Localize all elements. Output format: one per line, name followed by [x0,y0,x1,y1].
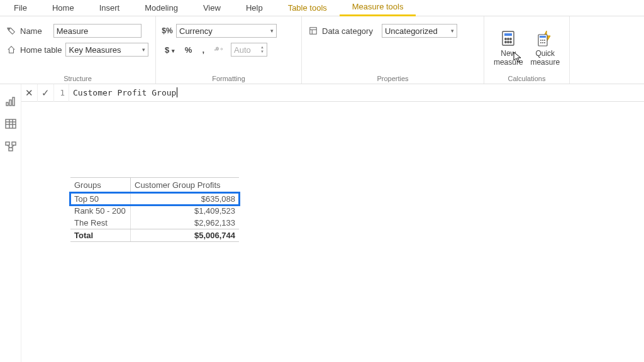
name-input[interactable]: Measure [53,24,142,38]
group-label-properties: Properties [308,74,477,82]
currency-button[interactable]: $ ▾ [162,45,177,55]
svg-rect-31 [9,148,13,151]
quick-measure-button[interactable]: Quick measure [528,23,564,74]
svg-point-11 [508,41,509,43]
format-icon: $% [162,26,172,36]
tab-file[interactable]: File [1,0,40,16]
commit-formula-button[interactable]: ✓ [38,84,54,102]
total-value: $5,006,744 [131,229,239,241]
percent-button[interactable]: % [182,45,195,55]
svg-point-17 [544,40,545,41]
table-row[interactable]: Rank 50 - 200 $1,409,523 [70,205,239,217]
new-measure-button[interactable]: New measure [491,23,526,74]
svg-rect-29 [6,142,9,145]
svg-point-20 [544,42,545,43]
ribbon-group-calculations: New measure Quick measure Calculations [484,16,570,84]
quick-calculator-icon [536,30,554,47]
tag-icon [6,26,16,36]
total-label: Total [70,229,131,241]
comma-button[interactable]: , [199,45,207,55]
menu-bar: File Home Insert Modeling View Help Tabl… [0,0,644,16]
tab-home[interactable]: Home [40,0,87,16]
svg-point-16 [542,40,543,41]
view-rail [0,84,21,362]
svg-rect-24 [6,119,16,128]
tab-table-tools[interactable]: Table tools [275,0,340,16]
ribbon-group-formatting: $% Currency ▾ $ ▾ % , .0 Auto ▲▼ Formatt… [156,16,302,84]
tab-insert[interactable]: Insert [87,0,133,16]
svg-point-18 [540,42,541,43]
cell-group: Top 50 [70,193,131,205]
report-view-icon[interactable] [4,96,17,107]
group-label-calculations: Calculations [491,74,563,82]
cancel-formula-button[interactable]: ✕ [21,84,38,102]
svg-point-10 [505,41,506,43]
svg-point-15 [540,40,541,41]
table-row[interactable]: The Rest $2,962,133 [70,217,239,229]
table-total-row: Total $5,006,744 [70,229,239,242]
home-icon [6,45,16,55]
cell-value: $1,409,523 [131,205,239,217]
tab-help[interactable]: Help [233,0,275,16]
tab-measure-tools[interactable]: Measure tools [340,0,416,16]
datacategory-select[interactable]: Uncategorized ▾ [382,24,457,38]
svg-rect-23 [13,97,14,106]
calculator-icon [499,30,517,47]
formula-text[interactable]: Customer Profit Group [69,84,176,102]
col-groups[interactable]: Groups [70,178,131,192]
svg-point-7 [505,38,506,40]
ribbon-group-structure: Name Measure Home table Key Measures ▾ S… [0,16,156,84]
svg-rect-6 [504,33,512,36]
group-label-structure: Structure [6,74,149,82]
svg-point-8 [508,38,509,40]
datacategory-value: Uncategorized [385,26,438,36]
formula-bar-area: ✕ ✓ 1 Customer Profit Group [21,84,644,102]
svg-rect-2 [310,28,317,35]
decrease-decimal-button[interactable]: .0 [212,45,226,55]
datacategory-label: Data category [322,26,373,36]
chevron-down-icon: ▾ [142,47,145,53]
decimal-places-input[interactable]: Auto ▲▼ [231,43,267,57]
formula-line-number: 1 [54,84,69,102]
name-value: Measure [57,26,89,36]
svg-rect-21 [6,102,8,106]
table-visual[interactable]: Groups Customer Group Profits Top 50 $63… [70,177,239,242]
svg-point-0 [9,29,10,30]
tab-view[interactable]: View [191,0,233,16]
group-label-formatting: Formatting [162,74,295,82]
svg-point-19 [542,42,543,43]
table-row[interactable]: Top 50 $635,088 [70,193,239,205]
chevron-down-icon: ▾ [451,28,454,34]
data-view-icon[interactable] [4,118,17,129]
svg-rect-14 [540,36,546,38]
hometable-select[interactable]: Key Measures ▾ [65,43,148,57]
chevron-down-icon: ▾ [270,28,274,34]
hometable-value: Key Measures [69,45,121,55]
decimal-value: Auto [234,45,251,55]
quick-measure-label: Quick measure [528,50,564,66]
tab-modeling[interactable]: Modeling [132,0,191,16]
cell-value: $635,088 [131,193,239,205]
cell-value: $2,962,133 [131,217,239,229]
svg-rect-30 [12,142,16,145]
svg-point-9 [510,38,511,40]
model-view-icon[interactable] [4,141,17,152]
category-icon [308,26,318,36]
ribbon: Name Measure Home table Key Measures ▾ S… [0,16,644,84]
report-canvas[interactable]: Groups Customer Group Profits Top 50 $63… [21,102,644,362]
table-header: Groups Customer Group Profits [70,178,239,193]
hometable-label: Home table [20,45,62,55]
svg-text:.0: .0 [214,46,219,52]
cell-group: The Rest [70,217,131,229]
format-select[interactable]: Currency ▾ [176,24,277,38]
new-measure-label: New measure [491,50,526,66]
cell-group: Rank 50 - 200 [70,205,131,217]
format-value: Currency [179,26,213,36]
svg-rect-22 [9,100,11,106]
ribbon-group-properties: Data category Uncategorized ▾ Properties [302,16,484,84]
name-label: Name [20,26,42,36]
col-profits[interactable]: Customer Group Profits [131,178,239,192]
svg-point-12 [510,41,511,43]
